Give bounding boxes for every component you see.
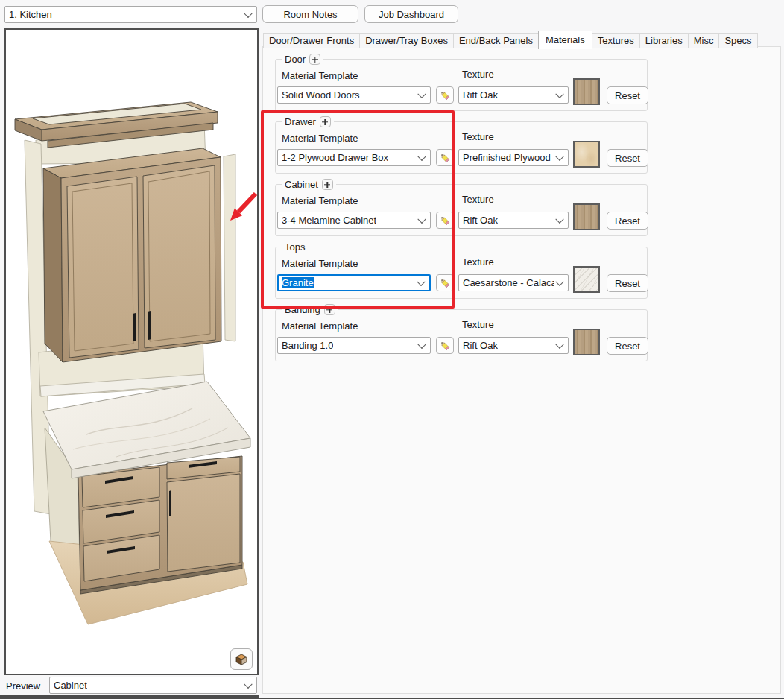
plus-icon[interactable] <box>324 304 335 315</box>
text-caret <box>314 277 314 288</box>
chevron-down-icon <box>555 215 563 223</box>
drawer-texture-select[interactable]: Prefinished Plywood <box>458 149 569 166</box>
banding-section-title: Banding <box>285 304 320 315</box>
pencil-icon <box>439 89 451 101</box>
preview-selector[interactable]: Cabinet <box>49 677 257 694</box>
reset-button[interactable]: Reset <box>607 337 648 355</box>
tab-drawer-tray-boxes[interactable]: Drawer/Tray Boxes <box>359 33 454 48</box>
texture-label: Texture <box>462 319 494 330</box>
tab-specs[interactable]: Specs <box>718 33 757 48</box>
door-section: Door Material Template Solid Wood Doors … <box>275 59 648 111</box>
edit-material-button[interactable] <box>436 212 454 229</box>
edit-material-button[interactable] <box>436 274 454 291</box>
banding-section: Banding Material Template Banding 1.0 Te… <box>275 309 648 361</box>
chevron-down-icon <box>555 277 563 285</box>
cabinet-3d-render <box>6 30 257 674</box>
door-section-title: Door <box>285 54 306 65</box>
edit-material-button[interactable] <box>436 149 454 166</box>
tab-materials[interactable]: Materials <box>538 31 592 49</box>
tab-textures[interactable]: Textures <box>592 33 640 48</box>
reset-button[interactable]: Reset <box>607 149 648 167</box>
tops-material-template-input[interactable]: Granite <box>277 274 431 291</box>
texture-swatch <box>573 329 600 355</box>
tab-libraries[interactable]: Libraries <box>639 33 689 48</box>
drawer-section-title: Drawer <box>285 116 316 127</box>
chevron-down-icon <box>555 152 563 160</box>
pencil-icon <box>439 152 451 164</box>
pencil-icon <box>439 340 451 352</box>
tab-misc[interactable]: Misc <box>688 33 720 48</box>
plus-icon[interactable] <box>320 116 331 127</box>
tab-strip: Door/Drawer Fronts Drawer/Tray Boxes End… <box>263 31 757 48</box>
reset-button[interactable]: Reset <box>607 274 648 292</box>
chevron-down-icon <box>417 215 426 223</box>
material-template-label: Material Template <box>282 70 358 81</box>
reset-button[interactable]: Reset <box>607 86 648 104</box>
cabinet-section: Cabinet Material Template 3-4 Melamine C… <box>275 184 648 236</box>
pencil-icon <box>439 277 451 289</box>
cube-icon <box>235 653 248 666</box>
plus-icon[interactable] <box>309 54 320 65</box>
edit-material-button[interactable] <box>436 337 454 354</box>
preview-label: Preview <box>6 680 40 692</box>
door-material-template-select[interactable]: Solid Wood Doors <box>277 86 431 104</box>
tops-texture-select[interactable]: Caesarstone - Calaca <box>458 274 569 291</box>
tab-end-back-panels[interactable]: End/Back Panels <box>453 33 539 48</box>
texture-swatch <box>573 203 600 230</box>
preview-viewport[interactable] <box>4 28 259 675</box>
room-selector-value: 1. Kitchen <box>9 9 52 20</box>
chevron-down-icon <box>244 680 252 688</box>
preview-mode-button[interactable] <box>230 648 253 670</box>
reset-button[interactable]: Reset <box>607 212 648 230</box>
room-notes-button[interactable]: Room Notes <box>262 5 358 23</box>
job-dashboard-button[interactable]: Job Dashboard <box>364 5 458 23</box>
texture-swatch <box>573 141 600 168</box>
chevron-down-icon <box>244 9 252 17</box>
room-selector[interactable]: 1. Kitchen <box>4 6 257 23</box>
chevron-down-icon <box>417 277 425 285</box>
chevron-down-icon <box>555 340 563 348</box>
material-template-label: Material Template <box>282 258 358 269</box>
edit-material-button[interactable] <box>436 86 454 104</box>
drawer-section: Drawer Material Template 1-2 Plywood Dra… <box>275 121 648 174</box>
material-template-label: Material Template <box>282 133 358 144</box>
banding-texture-select[interactable]: Rift Oak <box>458 337 569 354</box>
banding-material-template-select[interactable]: Banding 1.0 <box>277 337 431 354</box>
drawer-material-template-select[interactable]: 1-2 Plywood Drawer Box <box>277 149 431 166</box>
material-template-label: Material Template <box>282 320 358 332</box>
preview-selector-value: Cabinet <box>54 680 87 691</box>
plus-icon[interactable] <box>322 179 333 190</box>
cabinet-texture-select[interactable]: Rift Oak <box>458 212 569 229</box>
texture-label: Texture <box>462 131 494 142</box>
cabinet-section-title: Cabinet <box>285 179 318 190</box>
texture-label: Texture <box>462 194 494 205</box>
material-template-label: Material Template <box>282 195 358 206</box>
chevron-down-icon <box>555 89 563 98</box>
texture-swatch <box>573 266 600 293</box>
materials-tab-page: Door Material Template Solid Wood Doors … <box>262 46 781 694</box>
tops-section-title: Tops <box>285 241 305 253</box>
texture-label: Texture <box>462 256 494 268</box>
tab-door-drawer-fronts[interactable]: Door/Drawer Fronts <box>263 33 360 48</box>
pencil-icon <box>439 215 451 227</box>
door-texture-select[interactable]: Rift Oak <box>458 86 569 104</box>
cabinet-material-template-select[interactable]: 3-4 Melamine Cabinet <box>277 212 431 229</box>
chevron-down-icon <box>417 340 426 348</box>
chevron-down-icon <box>417 152 426 160</box>
texture-swatch <box>573 78 600 105</box>
texture-label: Texture <box>462 69 494 80</box>
tops-section: Tops Material Template Granite Texture C… <box>275 247 648 299</box>
chevron-down-icon <box>417 89 426 98</box>
